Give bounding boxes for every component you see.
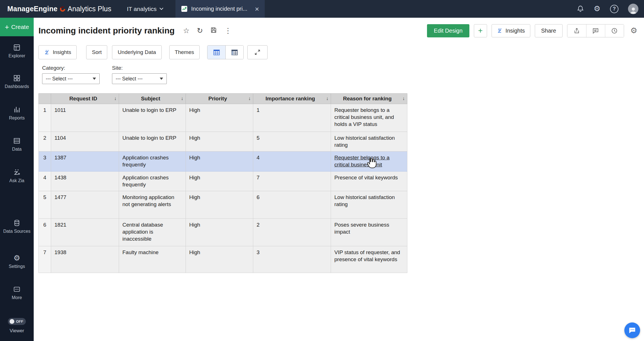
cell-subject: Faulty machine xyxy=(119,246,186,273)
sort-icon[interactable]: ↓ xyxy=(181,96,184,101)
cell-priority: High xyxy=(186,171,253,191)
chat-bubble-icon xyxy=(628,326,636,334)
help-icon[interactable]: ? xyxy=(610,5,618,13)
sort-icon[interactable]: ↓ xyxy=(248,96,251,101)
notifications-bell-icon[interactable] xyxy=(577,5,584,13)
comment-icon[interactable] xyxy=(586,24,605,37)
header-actions: Edit Design + Insights Share ⚙ xyxy=(427,24,637,37)
site-filter-label: Site: xyxy=(112,65,167,71)
brand: ManageEngine Analytics Plus xyxy=(7,0,111,18)
save-icon[interactable] xyxy=(210,27,217,35)
fit-to-screen-button[interactable] xyxy=(247,45,268,59)
sidebar-item-settings[interactable]: ⚙ Settings xyxy=(0,254,34,269)
sidebar-item-dashboards[interactable]: Dashboards xyxy=(0,74,34,89)
sort-icon[interactable]: ↓ xyxy=(114,96,117,101)
main-content: Incoming incident priority ranking ☆ ↻ ⋮… xyxy=(34,18,644,341)
sort-button[interactable]: Sort xyxy=(86,45,107,59)
cell-importance: 6 xyxy=(253,191,331,219)
cell-importance: 1 xyxy=(253,104,331,132)
site-select[interactable]: --- Select --- xyxy=(112,73,167,84)
reason-link[interactable]: Requester belongs to a critical business… xyxy=(334,155,389,168)
row-number: 7 xyxy=(39,246,51,273)
create-button[interactable]: + Create xyxy=(0,18,34,36)
title-icons: ☆ ↻ ⋮ xyxy=(183,27,232,35)
cell-priority: High xyxy=(186,219,253,246)
table-row[interactable]: 1 1011 Unable to login to ERP High 1 Req… xyxy=(39,104,407,132)
column-header-priority[interactable]: Priority↓ xyxy=(186,94,253,104)
table-row-selected[interactable]: 3 1387 Application crashes frequently Hi… xyxy=(39,152,407,171)
brand-analytics-plus: Analytics Plus xyxy=(68,5,111,13)
table-view-icon[interactable] xyxy=(207,46,225,59)
edit-design-button[interactable]: Edit Design xyxy=(427,24,469,37)
insights-button[interactable]: Insights xyxy=(492,24,530,37)
tab-title: Incoming incident pri... xyxy=(191,6,251,12)
cell-reason: Requester belongs to a critical business… xyxy=(331,152,407,171)
admin-gear-icon[interactable]: ⚙ xyxy=(594,5,600,13)
topbar: ManageEngine Analytics Plus IT analytics… xyxy=(0,0,644,18)
viewer-toggle-wrap: OFF xyxy=(0,318,34,325)
viewer-label: Viewer xyxy=(0,328,34,334)
view-mode-switch xyxy=(207,45,244,59)
cell-reason: Requester belongs to a critical business… xyxy=(331,104,407,132)
brand-manageengine: ManageEngine xyxy=(7,5,58,13)
viewer-mode-toggle[interactable]: OFF xyxy=(8,318,26,325)
sidebar-item-data-sources[interactable]: Data Sources xyxy=(0,219,34,234)
plus-icon: + xyxy=(5,23,9,31)
view-toolbar: Insights Sort Underlying Data Themes xyxy=(38,45,268,59)
category-select[interactable]: --- Select --- xyxy=(42,73,100,84)
sidebar-item-ask-zia[interactable]: Ask Zia xyxy=(0,168,34,183)
favorite-star-icon[interactable]: ☆ xyxy=(183,27,189,34)
user-avatar[interactable] xyxy=(628,4,638,14)
table-row[interactable]: 7 1938 Faulty machine High 3 VIP status … xyxy=(39,246,407,273)
cell-subject: Central database application is inaccess… xyxy=(119,219,186,246)
category-select-value: --- Select --- xyxy=(46,76,93,82)
column-header-request-id[interactable]: Request ID↓ xyxy=(51,94,119,104)
pivot-view-icon[interactable] xyxy=(225,46,243,59)
column-header-importance[interactable]: Importance ranking↓ xyxy=(253,94,331,104)
export-icon[interactable] xyxy=(567,24,586,37)
page-title: Incoming incident priority ranking xyxy=(38,26,175,35)
chat-fab-button[interactable] xyxy=(624,322,640,338)
column-header-reason[interactable]: Reason for ranking↓ xyxy=(331,94,407,104)
manageengine-logo-icon xyxy=(60,6,66,12)
share-button[interactable]: Share xyxy=(535,24,563,37)
cell-priority: High xyxy=(186,132,253,152)
underlying-data-button[interactable]: Underlying Data xyxy=(112,45,161,59)
table-row[interactable]: 4 1438 Application crashes frequently Hi… xyxy=(39,171,407,191)
column-header-subject[interactable]: Subject↓ xyxy=(119,94,186,104)
sidebar-item-label: Ask Zia xyxy=(0,178,34,183)
themes-button[interactable]: Themes xyxy=(169,45,200,59)
workspace-selector[interactable]: IT analytics xyxy=(127,0,163,18)
category-filter-label: Category: xyxy=(42,65,100,71)
table-row[interactable]: 6 1821 Central database application is i… xyxy=(39,219,407,246)
table-row[interactable]: 2 1104 Unable to login to ERP High 5 Low… xyxy=(39,132,407,152)
sidebar-item-label: More xyxy=(0,295,34,300)
report-settings-gear-icon[interactable]: ⚙ xyxy=(630,27,637,35)
more-icon xyxy=(0,285,34,293)
table-row[interactable]: 5 1477 Monitoring application not genera… xyxy=(39,191,407,219)
kebab-menu-icon[interactable]: ⋮ xyxy=(224,27,232,34)
cell-importance: 5 xyxy=(253,132,331,152)
toolbar-insights-button[interactable]: Insights xyxy=(38,45,77,59)
cell-request-id: 1011 xyxy=(51,104,119,132)
report-tab-icon xyxy=(181,6,188,12)
sidebar-item-more[interactable]: More xyxy=(0,285,34,300)
sidebar-item-data[interactable]: Data xyxy=(0,137,34,152)
add-button[interactable]: + xyxy=(474,24,487,37)
sidebar-item-reports[interactable]: Reports xyxy=(0,105,34,121)
cell-importance: 3 xyxy=(253,246,331,273)
cell-request-id: 1387 xyxy=(51,152,119,171)
refresh-icon[interactable]: ↻ xyxy=(197,27,203,34)
tab-close-icon[interactable]: × xyxy=(255,5,259,13)
cell-reason: Poses severe business impact xyxy=(331,219,407,246)
report-tab[interactable]: Incoming incident pri... × xyxy=(175,0,265,18)
sidebar: + Create Explorer Dashboards Reports Dat… xyxy=(0,18,34,341)
sort-icon[interactable]: ↓ xyxy=(403,96,405,101)
row-number: 3 xyxy=(39,152,51,171)
sidebar-item-label: Dashboards xyxy=(0,84,34,89)
sidebar-item-explorer[interactable]: Explorer xyxy=(0,43,34,58)
row-number: 4 xyxy=(39,171,51,191)
cell-reason: Presence of vital keywords xyxy=(331,171,407,191)
sort-icon[interactable]: ↓ xyxy=(326,96,329,101)
history-clock-icon[interactable] xyxy=(605,24,624,37)
